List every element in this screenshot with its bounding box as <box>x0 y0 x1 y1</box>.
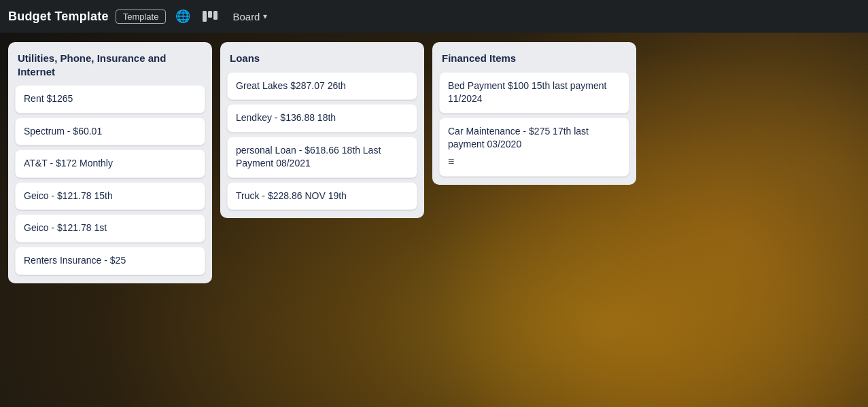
svg-rect-2 <box>213 11 218 20</box>
template-badge[interactable]: Template <box>116 10 167 24</box>
card-personal-loan[interactable]: personal Loan - $618.66 18th Last Paymen… <box>227 137 417 178</box>
card-geico-1st[interactable]: Geico - $121.78 1st <box>15 214 205 243</box>
card-bed-payment[interactable]: Bed Payment $100 15th last payment 11/20… <box>439 72 629 113</box>
card-att[interactable]: AT&T - $172 Monthly <box>15 149 205 178</box>
list-financed: Financed Items Bed Payment $100 15th las… <box>432 42 636 185</box>
list-loans: Loans Great Lakes $287.07 26th Lendkey -… <box>220 42 424 218</box>
card-geico-15th[interactable]: Geico - $121.78 15th <box>15 182 205 211</box>
svg-rect-1 <box>208 11 212 18</box>
board-label: Board <box>232 11 260 22</box>
card-menu-icon[interactable]: ≡ <box>448 154 621 169</box>
card-spectrum[interactable]: Spectrum - $60.01 <box>15 118 205 146</box>
list-header-utilities: Utilities, Phone, Insurance and Internet <box>15 49 205 85</box>
card-renters-insurance[interactable]: Renters Insurance - $25 <box>15 247 205 275</box>
list-utilities: Utilities, Phone, Insurance and Internet… <box>8 42 212 283</box>
topbar: Budget Template Template 🌐 Board ▾ <box>0 0 868 33</box>
board-view-icon[interactable] <box>200 8 220 24</box>
list-header-loans: Loans <box>227 49 417 72</box>
svg-rect-0 <box>203 11 207 22</box>
card-lendkey[interactable]: Lendkey - $136.88 18th <box>227 104 417 132</box>
globe-icon[interactable]: 🌐 <box>173 6 193 26</box>
card-car-maintenance[interactable]: Car Maintenance - $275 17th last payment… <box>439 118 629 177</box>
board-chevron: ▾ <box>263 12 267 21</box>
list-header-financed: Financed Items <box>439 49 629 72</box>
board-area: Utilities, Phone, Insurance and Internet… <box>0 33 868 407</box>
card-rent[interactable]: Rent $1265 <box>15 85 205 113</box>
board-menu[interactable]: Board ▾ <box>227 8 273 25</box>
card-truck[interactable]: Truck - $228.86 NOV 19th <box>227 182 417 211</box>
card-great-lakes[interactable]: Great Lakes $287.07 26th <box>227 72 417 101</box>
page-title: Budget Template <box>8 10 109 24</box>
